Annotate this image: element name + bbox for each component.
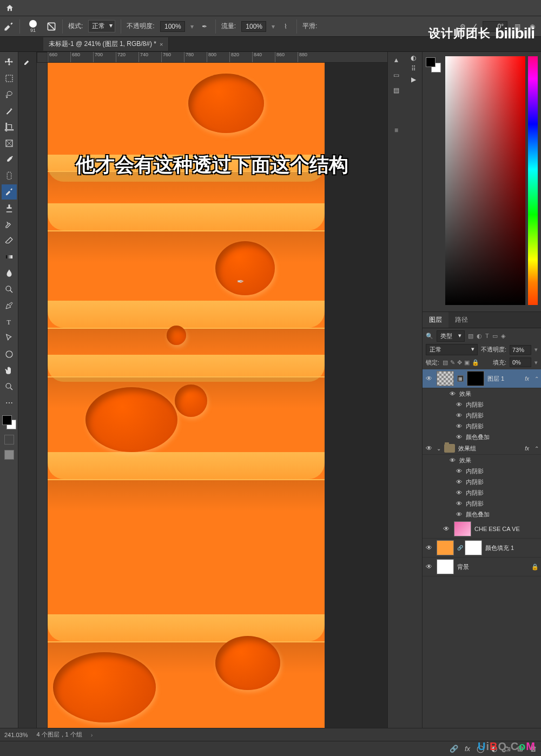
- blur-tool[interactable]: [2, 266, 17, 281]
- lock-move-icon[interactable]: ✥: [457, 359, 462, 366]
- ruler-horizontal[interactable]: 660680700720740760780800820840860880: [48, 52, 387, 63]
- color-fgbg[interactable]: [426, 57, 441, 72]
- standard-mode-icon[interactable]: [4, 435, 14, 445]
- fx-inner-shadow[interactable]: 👁内阴影: [423, 498, 541, 509]
- eye-icon[interactable]: 👁: [425, 543, 433, 552]
- gradient-tool[interactable]: [2, 249, 17, 264]
- home-icon[interactable]: [3, 2, 16, 15]
- document-tab[interactable]: 未标题-1 @ 241% (图层 1, RGB/8#) * ×: [43, 37, 169, 51]
- filter-shape-icon[interactable]: ▭: [492, 333, 498, 340]
- tab-layers[interactable]: 图层: [423, 312, 448, 328]
- filter-pixel-icon[interactable]: ▧: [468, 333, 473, 340]
- move-tool[interactable]: [2, 55, 17, 70]
- info-icon[interactable]: ▤: [391, 84, 403, 96]
- brush-preset[interactable]: 91: [25, 19, 41, 34]
- fx-color-overlay[interactable]: 👁颜色叠加: [423, 509, 541, 520]
- opacity-field[interactable]: 100%: [160, 21, 185, 32]
- lock-icon[interactable]: 🔒: [531, 563, 539, 571]
- navigator-icon[interactable]: ▭: [391, 69, 403, 81]
- pressure-opacity-icon[interactable]: ✒: [199, 21, 210, 32]
- lock-trans-icon[interactable]: ▧: [443, 359, 448, 366]
- layer-row-group[interactable]: 👁 ⌄ 效果组 fx ⌃: [423, 442, 541, 455]
- quickmask-mode-icon[interactable]: [4, 450, 14, 460]
- fx-effects[interactable]: 👁效果: [423, 455, 541, 466]
- healing-tool[interactable]: [2, 168, 17, 183]
- eye-icon[interactable]: 👁: [425, 444, 433, 453]
- layer-name[interactable]: 背景: [457, 563, 528, 571]
- edit-toolbar[interactable]: ⋯: [2, 395, 17, 410]
- adjustments-icon[interactable]: ≡: [391, 124, 403, 136]
- filter-type-icon[interactable]: T: [485, 333, 489, 340]
- layer-filter-select[interactable]: 类型: [437, 330, 465, 342]
- pen-tool[interactable]: [2, 298, 17, 313]
- layer-fill-field[interactable]: 0%: [510, 357, 531, 367]
- eye-icon[interactable]: 👁: [442, 525, 451, 533]
- histogram-icon[interactable]: ▲: [391, 54, 403, 66]
- layer-name[interactable]: 图层 1: [487, 375, 522, 383]
- eye-icon[interactable]: 👁: [425, 374, 433, 383]
- lock-artboard-icon[interactable]: ▣: [464, 359, 470, 366]
- layer-opacity-field[interactable]: 73%: [510, 345, 531, 355]
- chevron-down-icon[interactable]: ⌃: [535, 376, 539, 382]
- play-icon[interactable]: ▶: [411, 76, 416, 83]
- filter-smart-icon[interactable]: ◈: [501, 333, 505, 340]
- search-icon[interactable]: 🔍: [426, 333, 433, 340]
- lasso-tool[interactable]: [2, 87, 17, 102]
- wand-tool[interactable]: [2, 103, 17, 118]
- layer-blend-select[interactable]: 正常: [426, 344, 478, 355]
- frame-tool[interactable]: [2, 136, 17, 151]
- fx-effects[interactable]: 👁效果: [423, 388, 541, 399]
- blend-mode-select[interactable]: 正常: [88, 20, 115, 32]
- marquee-tool[interactable]: [2, 71, 17, 86]
- fx-inner-shadow[interactable]: 👁内阴影: [423, 410, 541, 421]
- layer-style-icon[interactable]: fx: [465, 745, 470, 753]
- stamp-tool[interactable]: [2, 201, 17, 216]
- layer-name[interactable]: 效果组: [458, 445, 522, 453]
- color-hue-strip[interactable]: [528, 56, 538, 305]
- brush-tool[interactable]: [2, 184, 17, 200]
- zoom-level[interactable]: 241.03%: [4, 732, 28, 738]
- eraser-tool[interactable]: [2, 233, 17, 248]
- tab-paths[interactable]: 路径: [448, 312, 474, 328]
- lock-paint-icon[interactable]: ✎: [450, 359, 455, 366]
- hand-tool[interactable]: [2, 363, 17, 378]
- color-sv-box[interactable]: [445, 56, 525, 305]
- shape-tool[interactable]: [2, 347, 17, 362]
- path-select-tool[interactable]: [2, 330, 17, 346]
- color-icon[interactable]: ◐: [411, 54, 416, 62]
- chevron-down-icon[interactable]: ⌃: [535, 446, 539, 452]
- type-tool[interactable]: T: [2, 314, 17, 329]
- chevron-down-icon[interactable]: ⌄: [437, 446, 441, 452]
- doc-info[interactable]: 4 个图层，1 个组: [36, 731, 82, 739]
- lock-all-icon[interactable]: 🔒: [472, 359, 479, 366]
- crop-tool[interactable]: [2, 120, 17, 135]
- layer-row[interactable]: 👁 背景 🔒: [423, 558, 541, 576]
- fx-badge[interactable]: fx: [525, 376, 529, 382]
- dodge-tool[interactable]: [2, 282, 17, 297]
- fx-inner-shadow[interactable]: 👁内阴影: [423, 476, 541, 487]
- layer-name[interactable]: 颜色填充 1: [485, 544, 539, 552]
- brush-tool-icon[interactable]: [3, 21, 14, 32]
- zoom-tool[interactable]: [2, 379, 17, 394]
- fx-badge[interactable]: fx: [525, 446, 529, 452]
- fx-color-overlay[interactable]: 👁颜色叠加: [423, 432, 541, 442]
- color-swatch[interactable]: [2, 415, 16, 429]
- flow-field[interactable]: 100%: [241, 21, 266, 32]
- eyedropper-tool[interactable]: [2, 152, 17, 167]
- fx-inner-shadow[interactable]: 👁内阴影: [423, 421, 541, 432]
- layer-name[interactable]: CHE ESE CA VE: [474, 526, 539, 532]
- eye-icon[interactable]: 👁: [425, 562, 433, 571]
- fx-inner-shadow[interactable]: 👁内阴影: [423, 466, 541, 476]
- layer-row[interactable]: 👁 CHE ESE CA VE: [423, 520, 541, 539]
- history-brush-tool[interactable]: [2, 217, 17, 232]
- fx-inner-shadow[interactable]: 👁内阴影: [423, 399, 541, 410]
- link-layers-icon[interactable]: 🔗: [450, 745, 458, 753]
- filter-adjust-icon[interactable]: ◐: [477, 333, 482, 340]
- fx-inner-shadow[interactable]: 👁内阴影: [423, 487, 541, 498]
- swatches-icon[interactable]: ⠿: [411, 65, 416, 72]
- layer-row[interactable]: 👁 ▦ 图层 1 fx ⌃: [423, 369, 541, 388]
- close-icon[interactable]: ×: [160, 41, 163, 48]
- layer-row[interactable]: 👁 🔗 颜色填充 1: [423, 539, 541, 558]
- brush-preset-icon[interactable]: [20, 54, 35, 69]
- brush-settings-icon[interactable]: [46, 21, 57, 32]
